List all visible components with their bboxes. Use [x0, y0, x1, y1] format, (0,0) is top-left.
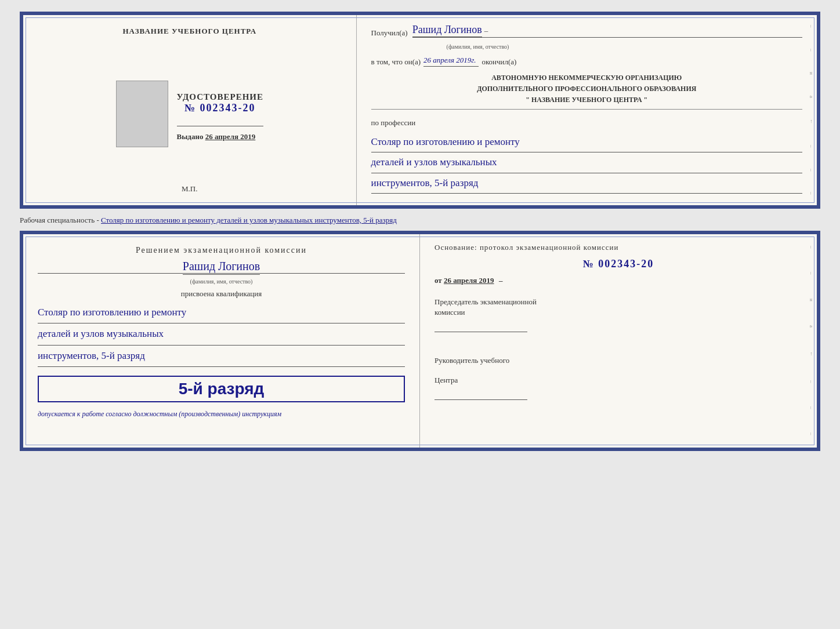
- prof-line1: Столяр по изготовлению и ремонту: [371, 133, 802, 153]
- bottom-doc-left: Решением экзаменационной комиссии Рашид …: [23, 234, 420, 448]
- main-container: НАЗВАНИЕ УЧЕБНОГО ЦЕНТРА УДОСТОВЕРЕНИЕ №…: [20, 12, 820, 451]
- bottom-doc-right: Основание: протокол экзаменационной коми…: [420, 234, 817, 448]
- org-block: АВТОНОМНУЮ НЕКОММЕРЧЕСКУЮ ОРГАНИЗАЦИЮ ДО…: [371, 72, 802, 110]
- side-strip-bottom: – – и а ← – – –: [806, 234, 817, 448]
- spec-description-block: Рабочая специальность - Столяр по изгото…: [20, 213, 820, 226]
- spec-desc-value: Столяр по изготовлению и ремонту деталей…: [101, 213, 397, 227]
- top-doc-left: НАЗВАНИЕ УЧЕБНОГО ЦЕНТРА УДОСТОВЕРЕНИЕ №…: [23, 15, 357, 205]
- qual-line2: деталей и узлов музыкальных: [38, 325, 405, 345]
- prof-line2: деталей и узлов музыкальных: [371, 154, 802, 173]
- side-strip-top: – – и а ← – – –: [806, 15, 817, 205]
- dopuskaetsya-block: допускается к работе согласно должностны…: [38, 410, 405, 419]
- dash-right: –: [496, 276, 503, 285]
- strip-b-и: и: [809, 299, 814, 302]
- fio-label-top: (фамилия, имя, отчество): [371, 43, 802, 50]
- qualification-block: Столяр по изготовлению и ремонту деталей…: [38, 303, 405, 368]
- qual-line1: Столяр по изготовлению и ремонту: [38, 303, 405, 323]
- strip-b-3: ←: [809, 351, 814, 357]
- udostoverenie-title: УДОСТОВЕРЕНИЕ: [177, 92, 264, 102]
- po-professii-label: по профессии: [371, 118, 802, 128]
- rukovoditel-line1: Руководитель учебного: [435, 355, 802, 366]
- ot-date: 26 апреля 2019: [444, 276, 494, 285]
- rank-highlight-box: 5-й разряд: [38, 376, 405, 402]
- osnovanie-label: Основание: протокол экзаменационной коми…: [435, 243, 802, 252]
- photo-placeholder: [116, 81, 168, 147]
- recipient-row: Получил(а) Рашид Логинов –: [371, 24, 802, 38]
- poluchil-label: Получил(а): [371, 28, 408, 38]
- rukovoditel-signature-line: [435, 388, 527, 400]
- spec-desc-prefix: Рабочая специальность -: [20, 216, 101, 224]
- dash-after-name: –: [484, 26, 488, 35]
- strip-text-2: –: [809, 49, 814, 52]
- work-desc: работе согласно должностным (производств…: [82, 410, 281, 418]
- prof-line3: инструментов, 5-й разряд: [371, 174, 802, 194]
- vydano-date: 26 апреля 2019: [205, 132, 256, 141]
- strip-b-а: а: [809, 325, 814, 328]
- strip-text-a: а: [809, 96, 814, 99]
- center-name-top: НАЗВАНИЕ УЧЕБНОГО ЦЕНТРА: [123, 27, 257, 36]
- strip-b-2: –: [809, 272, 814, 275]
- strip-b-6: –: [809, 432, 814, 436]
- exam-decision-label: Решением экзаменационной комиссии: [38, 246, 405, 255]
- strip-b-5: –: [809, 406, 814, 410]
- protocol-number-bottom: № 002343-20: [435, 258, 802, 270]
- udostoverenie-block: УДОСТОВЕРЕНИЕ № 002343-20: [177, 92, 264, 114]
- strip-b-1: –: [809, 246, 814, 249]
- org-line2: ДОПОЛНИТЕЛЬНОГО ПРОФЕССИОНАЛЬНОГО ОБРАЗО…: [371, 83, 802, 94]
- rukovoditel-line2: Центра: [435, 375, 802, 386]
- bottom-document: Решением экзаменационной комиссии Рашид …: [20, 231, 820, 451]
- chairman-line1: Председатель экзаменационной: [435, 297, 802, 307]
- rank-label: 5-й разряд: [45, 380, 398, 398]
- strip-text-3: ←: [809, 119, 814, 125]
- profession-block: Столяр по изготовлению и ремонту деталей…: [371, 133, 802, 195]
- strip-text-5: –: [809, 169, 814, 172]
- top-document: НАЗВАНИЕ УЧЕБНОГО ЦЕНТРА УДОСТОВЕРЕНИЕ №…: [20, 12, 820, 209]
- vydano-block: Выдано 26 апреля 2019: [177, 132, 264, 141]
- org-line1: АВТОНОМНУЮ НЕКОММЕРЧЕСКУЮ ОРГАНИЗАЦИЮ: [371, 72, 802, 83]
- from-date-block: от 26 апреля 2019 –: [435, 276, 802, 285]
- vydano-label: Выдано: [177, 132, 204, 141]
- rukovoditel-block: Руководитель учебного Центра: [435, 347, 802, 399]
- recipient-name: Рашид Логинов: [412, 24, 482, 37]
- strip-text-4: –: [809, 145, 814, 148]
- strip-text-6: –: [809, 192, 814, 195]
- chairman-block: Председатель экзаменационной комиссии: [435, 297, 802, 332]
- okonchil-label: окончил(а): [481, 57, 516, 67]
- dopuskaetsya-label: допускается к: [38, 410, 80, 418]
- fio-label-bottom: (фамилия, имя, отчество): [38, 278, 405, 285]
- strip-text-1: –: [809, 25, 814, 28]
- person-name-block-bottom: Рашид Логинов: [38, 260, 405, 274]
- qual-line3: инструментов, 5-й разряд: [38, 347, 405, 367]
- chairman-signature-line: [435, 321, 527, 332]
- ot-label: от: [435, 276, 442, 285]
- strip-text-и: и: [809, 72, 814, 75]
- mp-label: М.П.: [182, 184, 197, 194]
- v-tom-chto-label: в том, что он(а): [371, 57, 421, 67]
- date-value-top: 26 апреля 2019г.: [423, 56, 479, 67]
- cert-info-block: УДОСТОВЕРЕНИЕ № 002343-20 Выдано 26 апре…: [177, 81, 264, 141]
- person-name-bottom: Рашид Логинов: [183, 260, 260, 275]
- prisvoena-label: присвоена квалификация: [38, 289, 405, 299]
- top-doc-right: Получил(а) Рашид Логинов – (фамилия, имя…: [357, 15, 817, 205]
- strip-b-4: –: [809, 380, 814, 384]
- date-row: в том, что он(а) 26 апреля 2019г. окончи…: [371, 56, 802, 67]
- udostoverenie-number: № 002343-20: [177, 102, 264, 114]
- org-name: " НАЗВАНИЕ УЧЕБНОГО ЦЕНТРА ": [371, 94, 802, 106]
- chairman-line2: комиссии: [435, 307, 802, 318]
- left-doc-bottom-area: УДОСТОВЕРЕНИЕ № 002343-20 Выдано 26 апре…: [116, 81, 264, 147]
- recipient-name-block: Рашид Логинов –: [412, 24, 802, 38]
